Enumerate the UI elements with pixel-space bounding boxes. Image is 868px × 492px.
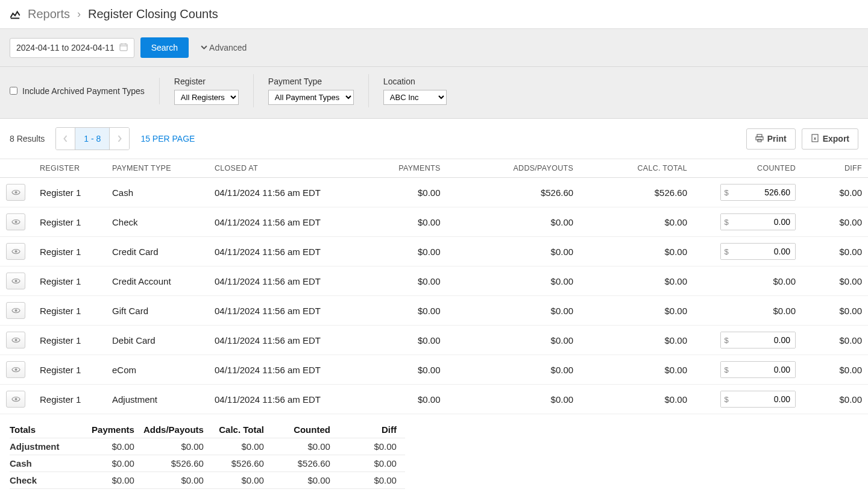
counted-input-wrap: $ [720,332,796,348]
totals-calc: $0.00 [212,472,272,489]
print-label: Print [767,134,787,144]
cell-register: Register 1 [34,355,106,385]
totals-adds: $0.00 [143,472,212,489]
eye-icon [11,217,20,227]
page-header: Reports › Register Closing Counts [0,0,868,29]
date-range-input[interactable]: 2024-04-11 to 2024-04-11 [10,38,134,58]
totals-calc: $0.00 [212,489,272,493]
cell-payments: $0.00 [347,266,447,296]
view-row-button[interactable] [6,391,25,408]
svg-point-12 [14,250,17,252]
cell-payments: $0.00 [347,355,447,385]
cell-diff: $0.00 [802,296,868,326]
totals-payments: $0.00 [83,455,143,472]
location-select[interactable]: ABC Inc [383,90,447,105]
table-row: Register 1Check04/11/2024 11:56 am EDT$0… [0,207,868,237]
counted-input[interactable] [732,362,795,377]
cell-closed-at: 04/11/2024 11:56 am EDT [209,178,347,207]
breadcrumb-reports[interactable]: Reports [28,7,70,21]
table-row: Register 1Credit Card04/11/2024 11:56 am… [0,237,868,266]
counted-input[interactable] [732,214,795,230]
pager: 1 - 8 [55,127,130,150]
totals-th-payments: Payments [83,421,143,438]
cell-payments: $0.00 [347,178,447,207]
view-row-button[interactable] [6,361,25,378]
counted-input[interactable] [732,244,795,259]
advanced-toggle[interactable]: Advanced [201,43,247,52]
cell-diff: $0.00 [802,266,868,296]
search-button[interactable]: Search [140,37,189,58]
totals-diff: $0.00 [339,455,405,472]
cell-counted: $0.00 [693,296,802,326]
totals-counted: $0.00 [272,489,339,493]
counted-input-wrap: $ [720,243,796,260]
print-icon [755,134,764,144]
totals-th-label: Totals [10,421,83,438]
cell-payment-type: Credit Account [106,266,209,296]
pager-next[interactable] [110,128,129,150]
payment-type-select[interactable]: All Payment Types [268,90,354,105]
pager-current: 1 - 8 [75,128,110,150]
th-calc-total: CALC. TOTAL [579,159,693,178]
logo-icon [10,9,20,20]
counted-input[interactable] [732,184,795,200]
eye-icon [11,247,20,257]
view-row-button[interactable] [6,302,25,319]
totals-diff: $0.00 [339,489,405,493]
eye-icon [11,306,20,316]
cell-payments: $0.00 [347,326,447,355]
counted-input[interactable] [732,332,795,348]
view-row-button[interactable] [6,332,25,348]
svg-point-15 [14,338,17,341]
svg-point-14 [14,309,17,311]
cell-diff: $0.00 [802,355,868,385]
per-page-link[interactable]: 15 PER PAGE [140,134,195,144]
cell-adds-payouts: $0.00 [447,355,580,385]
svg-point-10 [14,191,17,193]
cell-payment-type: Credit Card [106,237,209,266]
view-row-button[interactable] [6,243,25,260]
cell-payment-type: Cash [106,178,209,207]
totals-th-adds: Adds/Payouts [143,421,212,438]
table-row: Register 1Gift Card04/11/2024 11:56 am E… [0,296,868,326]
svg-text:x: x [814,136,816,140]
counted-input[interactable] [732,391,795,407]
counted-input-wrap: $ [720,391,796,408]
closing-counts-table: REGISTER PAYMENT TYPE CLOSED AT PAYMENTS… [0,159,868,414]
include-archived-label: Include Archived Payment Types [22,86,145,96]
export-button[interactable]: x Export [802,128,858,150]
cell-calc-total: $0.00 [579,355,693,385]
totals-row: Adjustment$0.00$0.00$0.00$0.00$0.00 [10,438,405,455]
totals-row-label: Check [10,472,83,489]
table-row: Register 1Credit Account04/11/2024 11:56… [0,266,868,296]
totals-row-label: Credit Account [10,489,83,493]
table-row: Register 1Cash04/11/2024 11:56 am EDT$0.… [0,178,868,207]
view-row-button[interactable] [6,273,25,289]
cell-counted: $0.00 [693,266,802,296]
pager-prev[interactable] [56,128,75,150]
cell-payment-type: Adjustment [106,385,209,414]
totals-counted: $0.00 [272,472,339,489]
totals-th-counted: Counted [272,421,339,438]
totals-adds: $526.60 [143,455,212,472]
view-row-button[interactable] [6,184,25,201]
include-archived-checkbox[interactable] [10,87,17,95]
cell-register: Register 1 [34,266,106,296]
totals-row: Credit Account$0.00$0.00$0.00$0.00$0.00 [10,489,405,493]
th-payments: PAYMENTS [347,159,447,178]
th-counted: COUNTED [693,159,802,178]
svg-rect-1 [120,44,127,51]
totals-row-label: Cash [10,455,83,472]
results-bar: 8 Results 1 - 8 15 PER PAGE Print x Expo… [0,119,868,159]
cell-calc-total: $0.00 [579,266,693,296]
register-select[interactable]: All Registers [174,90,239,105]
view-row-button[interactable] [6,213,25,230]
currency-prefix: $ [721,184,732,200]
currency-prefix: $ [721,362,732,377]
table-row: Register 1Debit Card04/11/2024 11:56 am … [0,326,868,355]
print-button[interactable]: Print [746,128,796,150]
export-icon: x [811,134,819,144]
cell-payments: $0.00 [347,207,447,237]
cell-register: Register 1 [34,296,106,326]
date-range-text: 2024-04-11 to 2024-04-11 [16,43,115,52]
